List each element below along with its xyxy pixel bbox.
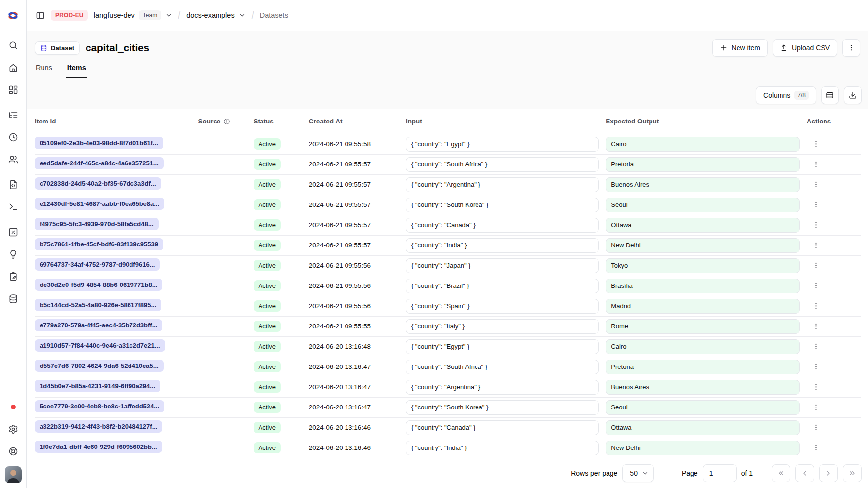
table-row[interactable]: f4975c95-5fc3-4939-970d-58fa5cd48... Act… bbox=[35, 215, 861, 235]
table-row[interactable]: 1f0e7da1-dbff-4e60-929d-f6095602bb... Ac… bbox=[35, 438, 861, 458]
row-actions-kebab[interactable] bbox=[810, 381, 822, 393]
table-row[interactable]: a322b319-9412-4f43-b8f2-b20484127f... Ac… bbox=[35, 417, 861, 438]
next-page-button[interactable] bbox=[819, 464, 838, 482]
source-cell bbox=[198, 397, 253, 417]
settings-gear-icon[interactable] bbox=[4, 420, 22, 438]
table-row[interactable]: c702838d-24d5-40a2-bf35-67dc3a3df... Act… bbox=[35, 174, 861, 195]
row-actions-kebab[interactable] bbox=[810, 280, 822, 292]
row-actions-kebab[interactable] bbox=[810, 442, 822, 454]
datasets-database-icon[interactable] bbox=[4, 290, 22, 308]
table-row[interactable]: 1d45b0e7-b85a-4231-9149-6ff90a294... Act… bbox=[35, 377, 861, 397]
project-switcher[interactable]: docs-examples bbox=[186, 11, 246, 19]
rows-per-page-select[interactable]: 50 bbox=[622, 464, 654, 482]
playground-terminal-icon[interactable] bbox=[4, 198, 22, 216]
created-at-cell: 2024-06-20 13:16:46 bbox=[309, 417, 406, 438]
row-actions-kebab[interactable] bbox=[810, 300, 822, 312]
row-actions-kebab[interactable] bbox=[810, 401, 822, 413]
item-id-pill[interactable]: eed5dafe-244f-465c-a84c-4a6e357251... bbox=[35, 157, 164, 169]
row-actions-kebab[interactable] bbox=[810, 320, 822, 332]
item-id-pill[interactable]: 1d45b0e7-b85a-4231-9149-6ff90a294... bbox=[35, 380, 160, 392]
tracing-tree-icon[interactable] bbox=[4, 106, 22, 124]
created-at-cell: 2024-06-20 13:16:46 bbox=[309, 438, 406, 458]
status-badge: Active bbox=[254, 159, 281, 170]
row-actions-kebab[interactable] bbox=[810, 239, 822, 251]
prev-page-button[interactable] bbox=[795, 464, 814, 482]
first-page-button[interactable] bbox=[772, 464, 790, 482]
dashboard-grid-icon[interactable] bbox=[4, 81, 22, 99]
table-row[interactable]: b5c144cd-52a5-4a80-926e-58617f895... Act… bbox=[35, 296, 861, 316]
users-icon[interactable] bbox=[4, 151, 22, 168]
search-icon[interactable] bbox=[4, 37, 22, 54]
item-id-pill[interactable]: de30d2e0-f5d9-4854-88b6-0619771b8... bbox=[35, 279, 162, 291]
status-badge: Active bbox=[254, 321, 281, 332]
item-id-pill[interactable]: 69764737-34af-4752-9787-d90df9616... bbox=[35, 258, 160, 271]
row-actions-kebab[interactable] bbox=[810, 219, 822, 231]
item-id-pill[interactable]: b75c7861-1fbe-45cf-bdf6-83f139c95539 bbox=[35, 238, 163, 250]
sidebar-toggle-icon[interactable] bbox=[36, 11, 45, 20]
table-row[interactable]: e779a270-579a-4f45-aec4-35b72d3bff... Ac… bbox=[35, 316, 861, 336]
chevrons-left-icon bbox=[777, 469, 785, 477]
new-item-button[interactable]: New item bbox=[712, 39, 768, 57]
table-row[interactable]: 5cee7779-3e00-4eb8-be8c-1affedd524... Ac… bbox=[35, 397, 861, 417]
table-row[interactable]: eed5dafe-244f-465c-a84c-4a6e357251... Ac… bbox=[35, 154, 861, 174]
source-cell bbox=[198, 235, 253, 255]
status-badge: Active bbox=[254, 179, 281, 190]
tab-runs[interactable]: Runs bbox=[35, 64, 53, 78]
last-page-button[interactable] bbox=[843, 464, 862, 482]
item-id-pill[interactable]: d557e7d6-7802-4624-9da6-52d410ea5... bbox=[35, 360, 164, 372]
lightbulb-icon[interactable] bbox=[4, 245, 22, 263]
page-number-input[interactable] bbox=[703, 464, 737, 482]
item-id-pill[interactable]: 1f0e7da1-dbff-4e60-929d-f6095602bb... bbox=[35, 441, 162, 453]
item-id-pill[interactable]: a322b319-9412-4f43-b8f2-b20484127f... bbox=[35, 420, 162, 433]
table-row[interactable]: e12430df-5e81-4687-aabb-f0ea65be8a... Ac… bbox=[35, 195, 861, 215]
row-actions-kebab[interactable] bbox=[810, 158, 822, 170]
info-icon[interactable] bbox=[223, 118, 230, 125]
expected-output-box: Brasília bbox=[606, 279, 799, 293]
annotation-clipboard-icon[interactable] bbox=[4, 268, 22, 285]
row-actions-kebab[interactable] bbox=[810, 259, 822, 272]
prompts-file-icon[interactable] bbox=[4, 176, 22, 194]
row-actions-kebab[interactable] bbox=[810, 138, 822, 150]
table-row[interactable]: d557e7d6-7802-4624-9da6-52d410ea5... Act… bbox=[35, 357, 861, 377]
record-dot[interactable] bbox=[4, 398, 22, 416]
breadcrumb-datasets-link[interactable]: Datasets bbox=[260, 11, 288, 19]
table-row[interactable]: 05109ef0-2e3b-4e03-98dd-8f7d01b61f... Ac… bbox=[35, 134, 861, 154]
support-lifebuoy-icon[interactable] bbox=[4, 443, 22, 460]
item-id-pill[interactable]: b5c144cd-52a5-4a80-926e-58617f895... bbox=[35, 299, 161, 311]
export-button[interactable] bbox=[844, 86, 862, 104]
row-actions-kebab[interactable] bbox=[810, 421, 822, 434]
upload-csv-button[interactable]: Upload CSV bbox=[773, 39, 837, 57]
input-value-box: { "country": "Canada" } bbox=[406, 218, 599, 233]
item-id-pill[interactable]: 5cee7779-3e00-4eb8-be8c-1affedd524... bbox=[35, 400, 164, 412]
sessions-clock-icon[interactable] bbox=[4, 128, 22, 146]
avatar[interactable] bbox=[5, 466, 22, 483]
input-value-box: { "country": "South Korea" } bbox=[406, 198, 599, 212]
expected-output-box: Buenos Aires bbox=[606, 380, 799, 395]
row-actions-kebab[interactable] bbox=[810, 361, 822, 373]
item-id-pill[interactable]: e12430df-5e81-4687-aabb-f0ea65be8a... bbox=[35, 198, 164, 210]
page-kebab-menu-button[interactable] bbox=[842, 39, 860, 57]
expected-output-box: New Delhi bbox=[606, 238, 799, 253]
expected-output-box: Buenos Aires bbox=[606, 177, 799, 192]
item-id-pill[interactable]: 05109ef0-2e3b-4e03-98dd-8f7d01b61f... bbox=[35, 137, 163, 149]
table-row[interactable]: de30d2e0-f5d9-4854-88b6-0619771b8... Act… bbox=[35, 276, 861, 296]
source-cell bbox=[198, 438, 253, 458]
kebab-icon bbox=[812, 383, 820, 391]
row-height-button[interactable] bbox=[821, 86, 839, 104]
item-id-pill[interactable]: c702838d-24d5-40a2-bf35-67dc3a3df... bbox=[35, 177, 161, 190]
expected-output-box: Pretoria bbox=[606, 157, 799, 172]
table-row[interactable]: a1910d57-7f84-440c-9e46-a31c2d7e21... Ac… bbox=[35, 336, 861, 357]
item-id-pill[interactable]: a1910d57-7f84-440c-9e46-a31c2d7e21... bbox=[35, 339, 165, 352]
table-row[interactable]: b75c7861-1fbe-45cf-bdf6-83f139c95539 Act… bbox=[35, 235, 861, 255]
tab-items[interactable]: Items bbox=[66, 64, 87, 78]
row-actions-kebab[interactable] bbox=[810, 340, 822, 353]
columns-button[interactable]: Columns 7/8 bbox=[756, 86, 816, 104]
home-icon[interactable] bbox=[4, 59, 22, 77]
row-actions-kebab[interactable] bbox=[810, 199, 822, 211]
item-id-pill[interactable]: f4975c95-5fc3-4939-970d-58fa5cd48... bbox=[35, 218, 159, 230]
row-actions-kebab[interactable] bbox=[810, 178, 822, 191]
evaluation-percent-icon[interactable] bbox=[4, 223, 22, 241]
table-row[interactable]: 69764737-34af-4752-9787-d90df9616... Act… bbox=[35, 255, 861, 276]
item-id-pill[interactable]: e779a270-579a-4f45-aec4-35b72d3bff... bbox=[35, 319, 162, 331]
org-switcher[interactable]: langfuse-dev Team bbox=[94, 10, 172, 20]
